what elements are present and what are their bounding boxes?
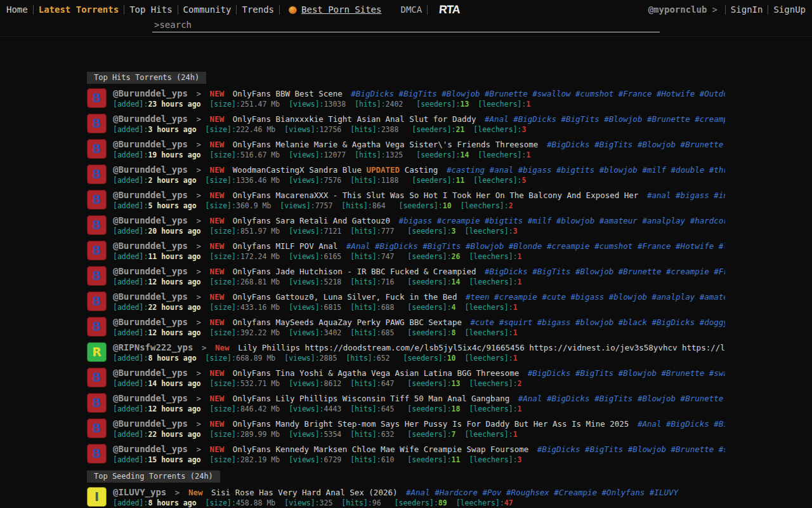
uploader-avatar[interactable]: B	[87, 368, 107, 387]
uploader-avatar[interactable]: B	[87, 291, 107, 311]
uploader-avatar[interactable]: B	[87, 444, 107, 464]
torrent-tags[interactable]: #BigDicks #BigTits #Blowjob #Brunette #s…	[537, 444, 725, 454]
torrent-tags[interactable]: #BigDicks #BigTits #Blowjob #Brunette #s…	[547, 140, 725, 149]
uploader-avatar[interactable]: B	[87, 418, 107, 438]
sign-up-link[interactable]: SignUp	[773, 4, 806, 15]
torrent-title[interactable]: OnlyFans Tina Yoshi & Agatha Vega Asian …	[233, 368, 520, 378]
uploader-name[interactable]: @Burunddel_yps	[113, 190, 188, 200]
uploader-avatar[interactable]: B	[87, 139, 107, 159]
torrent-tags[interactable]: #BigDicks #BigTits #Blowjob #Brunette #s…	[351, 89, 725, 98]
nav-home[interactable]: Home	[6, 4, 28, 15]
uploader-name[interactable]: @Burunddel_yps	[113, 215, 188, 225]
uploader-name[interactable]: @Burunddel_yps	[113, 418, 188, 429]
search-input[interactable]	[152, 19, 660, 32]
torrent-tags[interactable]: #anal #bigass #interrac…	[647, 190, 725, 200]
stat-size: [size]:289.99 Mb	[209, 430, 280, 439]
uploader-name[interactable]: @RIPNsfw222_yps	[113, 342, 193, 352]
torrent-row: B @Burunddel_yps > NEW OnlyFans Gattouz0…	[87, 291, 725, 312]
nav-dmca[interactable]: DMCA	[400, 4, 422, 15]
uploader-name[interactable]: @Burunddel_yps	[113, 444, 188, 454]
torrent-title[interactable]: OnlyFans MacarenaXXX - This Slut Was So …	[233, 190, 639, 200]
avatar-letter: B	[92, 448, 101, 460]
torrent-title[interactable]: WoodmanCastingX Sandra Blue UPDATED Cast…	[233, 165, 438, 175]
torrent-tags[interactable]: #BigDicks #BigTits #Blowjob #Brunette #c…	[485, 267, 725, 276]
torrent-title[interactable]: Onlyfans MaySeeds AquaZay Perky PAWG BBC…	[233, 318, 462, 327]
torrent-row: R @RIPNsfw222_yps > New Lily Phillips ht…	[87, 342, 725, 363]
nav-top-hits[interactable]: Top Hits	[129, 4, 172, 15]
stat-seeders: [seeders]:14	[416, 150, 469, 159]
torrent-title[interactable]: OnlyFans Jade Hutchison - IR BBC Fucked …	[233, 267, 476, 276]
stat-hits: [hits]:647	[350, 379, 394, 388]
uploader-name[interactable]: @ILUVY_yps	[113, 487, 166, 497]
torrent-tags[interactable]: #Anal #Hardcore #Pov #Roughsex #Creampie…	[406, 488, 678, 497]
stat-leechers: [leechers]:3	[473, 125, 526, 134]
torrent-tags[interactable]: #Anal #BigDicks #BigTits #Blowjob #Brune…	[518, 394, 725, 403]
stat-views: [views]:7576	[289, 176, 341, 185]
torrent-title[interactable]: OnlyFans Mandy Bright Step-mom Says Her …	[233, 419, 629, 429]
torrent-title[interactable]: OnlyFans Melanie Marie & Agatha Vega Sis…	[233, 140, 539, 149]
nav-latest-torrents[interactable]: Latest Torrents	[39, 4, 119, 15]
torrent-title[interactable]: OnlyFans Lily Phillips Wisconsin Tiff 50…	[233, 394, 510, 403]
sign-in-link[interactable]: SignIn	[731, 4, 763, 15]
torrent-title[interactable]: OnlyFans BBW Best Scene	[233, 89, 343, 98]
uploader-name[interactable]: @Burunddel_yps	[113, 114, 188, 124]
stat-size: [size]:1336.46 Mb	[206, 176, 280, 185]
stat-added: [added]:12 hours ago	[113, 277, 200, 286]
best-porn-sites-label[interactable]: Best Porn Sites	[301, 4, 381, 15]
stat-seeders: [seeders]:11	[407, 455, 460, 464]
torrent-title[interactable]: Sisi Rose Has Very Hard Anal Sex (2026)	[211, 488, 398, 497]
top-nav: Home Latest Torrents Top Hits Community …	[0, 0, 812, 19]
torrent-tags[interactable]: #teen #creampie #cute #bigass #blowjob #…	[466, 292, 725, 302]
uploader-name[interactable]: @Burunddel_yps	[113, 241, 188, 251]
uploader-avatar[interactable]: R	[87, 342, 107, 362]
torrent-stats: [added]:3 hours ago [size]:222.46 Mb [vi…	[113, 125, 725, 134]
torrent-tags[interactable]: #casting #anal #bigass #bigtits #blowjob…	[447, 165, 725, 175]
torrent-stats: [added]:12 hours ago [size]:392.22 Mb [v…	[113, 328, 725, 337]
torrent-tags[interactable]: #cute #squirt #bigass #blowjob #black #B…	[470, 318, 725, 327]
torrent-title[interactable]: Onlyfans MILF POV Anal	[233, 241, 338, 251]
uploader-avatar[interactable]: B	[87, 317, 107, 337]
torrent-info: @Burunddel_yps > NEW Onlyfans MaySeeds A…	[113, 317, 725, 337]
nav-community[interactable]: Community	[183, 4, 232, 15]
uploader-name[interactable]: @Burunddel_yps	[113, 291, 188, 302]
stat-size: [size]:458.88 Mb	[206, 498, 276, 507]
torrent-tags[interactable]: #Anal #BigDicks #BigTits #Blowjob #Brune…	[485, 114, 725, 124]
stat-hits: [hits]:864	[341, 201, 385, 210]
uploader-avatar[interactable]: B	[87, 88, 107, 108]
avatar-letter: B	[92, 219, 101, 231]
torrent-tags[interactable]: #Anal #BigDicks #BigTits …	[638, 419, 725, 429]
chevron-separator: >	[197, 292, 202, 302]
uploader-avatar[interactable]: B	[87, 241, 107, 260]
torrent-stats: [added]:8 hours ago [size]:458.88 Mb [vi…	[113, 498, 725, 507]
torrent-title[interactable]: OnlyFans Bianxxxkie Tight Asian Anal Slu…	[233, 114, 476, 124]
best-porn-sites-link[interactable]: Best Porn Sites	[289, 4, 381, 15]
torrent-title[interactable]: Lily Phillips https://doodstream.com/e/l…	[238, 343, 725, 352]
stat-views: [views]:3402	[289, 328, 341, 337]
torrent-tags[interactable]: #Anal #BigDicks #BigTits #Blowjob #Blond…	[346, 241, 725, 251]
uploader-name[interactable]: @Burunddel_yps	[113, 164, 188, 175]
uploader-avatar[interactable]: B	[87, 215, 107, 235]
uploader-name[interactable]: @Burunddel_yps	[113, 393, 188, 403]
uploader-name[interactable]: @Burunddel_yps	[113, 317, 188, 327]
uploader-avatar[interactable]: B	[87, 190, 107, 210]
torrent-tags[interactable]: #bigass #creampie #bigtits #milf #blowjo…	[399, 216, 725, 225]
uploader-name[interactable]: @Burunddel_yps	[113, 266, 188, 276]
uploader-avatar[interactable]: B	[87, 164, 107, 184]
torrent-stats: [added]:19 hours ago [size]:516.67 Mb [v…	[113, 150, 725, 159]
stat-added: [added]:15 hours ago	[113, 455, 200, 464]
torrent-title[interactable]: OnlyFans Gattouz0, Luna Silver, Fuck in …	[233, 292, 457, 302]
uploader-name[interactable]: @Burunddel_yps	[113, 88, 188, 98]
uploader-avatar[interactable]: B	[87, 393, 107, 413]
uploader-avatar[interactable]: B	[87, 266, 107, 286]
torrent-row: B @Burunddel_yps > NEW Onlyfans MILF POV…	[87, 241, 725, 261]
uploader-avatar[interactable]: I	[87, 487, 107, 507]
new-badge: New	[215, 343, 230, 352]
uploader-name[interactable]: @Burunddel_yps	[113, 139, 188, 149]
torrent-title[interactable]: OnlyFans Kennedy Marksen Chloe Mae Wife …	[233, 444, 529, 454]
torrent-info: @Burunddel_yps > NEW Onlyfans MILF POV A…	[113, 241, 725, 261]
nav-trends[interactable]: Trends	[242, 4, 274, 15]
torrent-title[interactable]: Onlyfans Sara Retali And Gattouz0	[233, 216, 390, 225]
uploader-name[interactable]: @Burunddel_yps	[113, 368, 188, 378]
torrent-tags[interactable]: #BigDicks #BigTits #Blowjob #Brunette #s…	[528, 368, 725, 378]
uploader-avatar[interactable]: B	[87, 114, 107, 133]
